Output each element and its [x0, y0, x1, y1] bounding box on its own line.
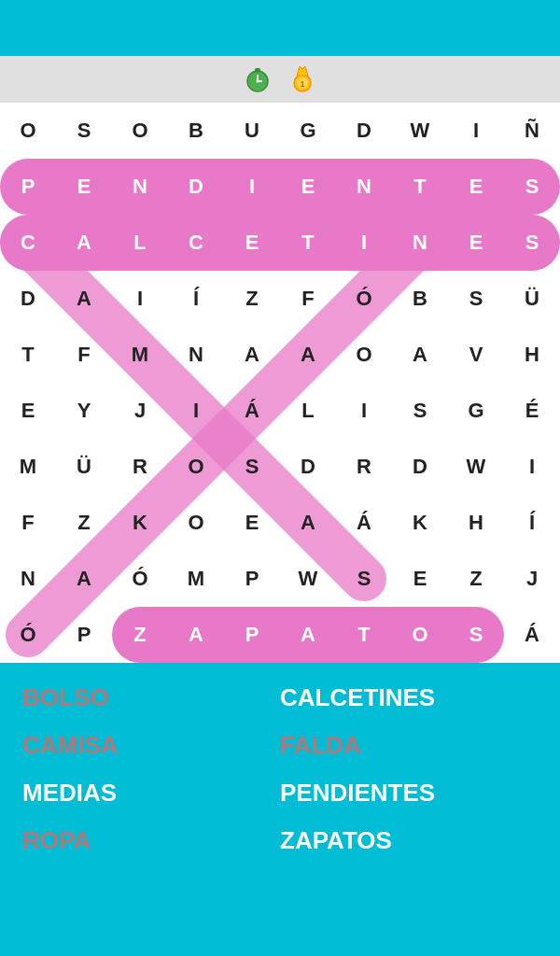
- grid-cell[interactable]: P: [224, 551, 280, 607]
- grid-cell[interactable]: G: [448, 383, 504, 439]
- grid-cell[interactable]: S: [448, 607, 504, 663]
- grid-cell[interactable]: O: [168, 495, 224, 551]
- grid-cell[interactable]: E: [0, 383, 56, 439]
- grid-cell[interactable]: I: [224, 159, 280, 215]
- grid-cell[interactable]: É: [504, 383, 560, 439]
- grid-cell[interactable]: A: [56, 271, 112, 327]
- grid-cell[interactable]: T: [392, 159, 448, 215]
- grid-cell[interactable]: E: [392, 551, 448, 607]
- grid-cell[interactable]: Y: [56, 383, 112, 439]
- grid-cell[interactable]: F: [0, 495, 56, 551]
- grid-cell[interactable]: S: [56, 103, 112, 159]
- grid-cell[interactable]: A: [56, 215, 112, 271]
- grid-cell[interactable]: C: [168, 215, 224, 271]
- grid-cell[interactable]: S: [336, 551, 392, 607]
- grid-cell[interactable]: P: [224, 607, 280, 663]
- grid-cell[interactable]: N: [336, 159, 392, 215]
- grid-cell[interactable]: A: [392, 327, 448, 383]
- grid-cell[interactable]: D: [280, 439, 336, 495]
- grid-cell[interactable]: A: [168, 607, 224, 663]
- grid-cell[interactable]: Ó: [0, 607, 56, 663]
- grid-cell[interactable]: M: [168, 551, 224, 607]
- grid-cell[interactable]: E: [448, 159, 504, 215]
- grid-cell[interactable]: B: [392, 271, 448, 327]
- grid-cell[interactable]: D: [168, 159, 224, 215]
- grid-cell[interactable]: O: [112, 103, 168, 159]
- grid-cell[interactable]: S: [392, 383, 448, 439]
- grid-cell[interactable]: I: [336, 215, 392, 271]
- grid-cell[interactable]: W: [392, 103, 448, 159]
- grid-cell[interactable]: D: [336, 103, 392, 159]
- grid-cell[interactable]: A: [280, 607, 336, 663]
- grid-cell[interactable]: T: [0, 327, 56, 383]
- grid-cell[interactable]: A: [280, 327, 336, 383]
- grid-cell[interactable]: H: [504, 327, 560, 383]
- grid-cell[interactable]: E: [56, 159, 112, 215]
- grid-cell[interactable]: J: [504, 551, 560, 607]
- grid-cell[interactable]: B: [168, 103, 224, 159]
- grid-cell[interactable]: R: [336, 439, 392, 495]
- grid-cell[interactable]: J: [112, 383, 168, 439]
- grid-cell[interactable]: T: [280, 215, 336, 271]
- grid-cell[interactable]: Ü: [56, 439, 112, 495]
- grid-cell[interactable]: C: [0, 215, 56, 271]
- grid-cell[interactable]: D: [0, 271, 56, 327]
- grid-cell[interactable]: S: [504, 215, 560, 271]
- grid-cell[interactable]: I: [112, 271, 168, 327]
- grid-cell[interactable]: S: [448, 271, 504, 327]
- grid-cell[interactable]: I: [504, 439, 560, 495]
- grid-cell[interactable]: O: [168, 439, 224, 495]
- grid-cell[interactable]: M: [0, 439, 56, 495]
- grid-cell[interactable]: Í: [168, 271, 224, 327]
- grid-cell[interactable]: A: [224, 327, 280, 383]
- grid-cell[interactable]: V: [448, 327, 504, 383]
- grid-cell[interactable]: N: [392, 215, 448, 271]
- grid-cell[interactable]: K: [112, 495, 168, 551]
- grid-cell[interactable]: I: [336, 383, 392, 439]
- grid-cell[interactable]: A: [56, 551, 112, 607]
- grid-cell[interactable]: Ó: [336, 271, 392, 327]
- grid-cell[interactable]: E: [224, 495, 280, 551]
- grid-cell[interactable]: M: [112, 327, 168, 383]
- grid-cell[interactable]: O: [336, 327, 392, 383]
- grid-cell[interactable]: S: [504, 159, 560, 215]
- grid-cell[interactable]: Í: [504, 495, 560, 551]
- grid-cell[interactable]: P: [56, 607, 112, 663]
- grid-cell[interactable]: O: [0, 103, 56, 159]
- grid-cell[interactable]: Ó: [112, 551, 168, 607]
- grid-cell[interactable]: F: [280, 271, 336, 327]
- grid-cell[interactable]: L: [112, 215, 168, 271]
- grid-cell[interactable]: F: [56, 327, 112, 383]
- grid-cell[interactable]: O: [392, 607, 448, 663]
- grid-cell[interactable]: Á: [224, 383, 280, 439]
- grid-cell[interactable]: A: [280, 495, 336, 551]
- grid-cell[interactable]: N: [168, 327, 224, 383]
- grid-cell[interactable]: Z: [56, 495, 112, 551]
- grid-cell[interactable]: S: [224, 439, 280, 495]
- grid-cell[interactable]: E: [280, 159, 336, 215]
- grid-cell[interactable]: Z: [112, 607, 168, 663]
- grid-cell[interactable]: Á: [504, 607, 560, 663]
- grid-cell[interactable]: N: [112, 159, 168, 215]
- grid-cell[interactable]: G: [280, 103, 336, 159]
- grid-cell[interactable]: N: [0, 551, 56, 607]
- grid-cell[interactable]: K: [392, 495, 448, 551]
- grid-cell[interactable]: H: [448, 495, 504, 551]
- grid-cell[interactable]: I: [168, 383, 224, 439]
- grid-cell[interactable]: U: [224, 103, 280, 159]
- grid-cell[interactable]: D: [392, 439, 448, 495]
- grid-cell[interactable]: I: [448, 103, 504, 159]
- grid-cell[interactable]: Z: [448, 551, 504, 607]
- grid-cell[interactable]: Ñ: [504, 103, 560, 159]
- grid-cell[interactable]: E: [448, 215, 504, 271]
- grid-cell[interactable]: W: [280, 551, 336, 607]
- grid-cell[interactable]: P: [0, 159, 56, 215]
- grid-cell[interactable]: R: [112, 439, 168, 495]
- grid-cell[interactable]: Á: [336, 495, 392, 551]
- grid-cell[interactable]: T: [336, 607, 392, 663]
- grid-cell[interactable]: E: [224, 215, 280, 271]
- grid-cell[interactable]: Ü: [504, 271, 560, 327]
- grid-cell[interactable]: Z: [224, 271, 280, 327]
- grid-cell[interactable]: W: [448, 439, 504, 495]
- grid-cell[interactable]: L: [280, 383, 336, 439]
